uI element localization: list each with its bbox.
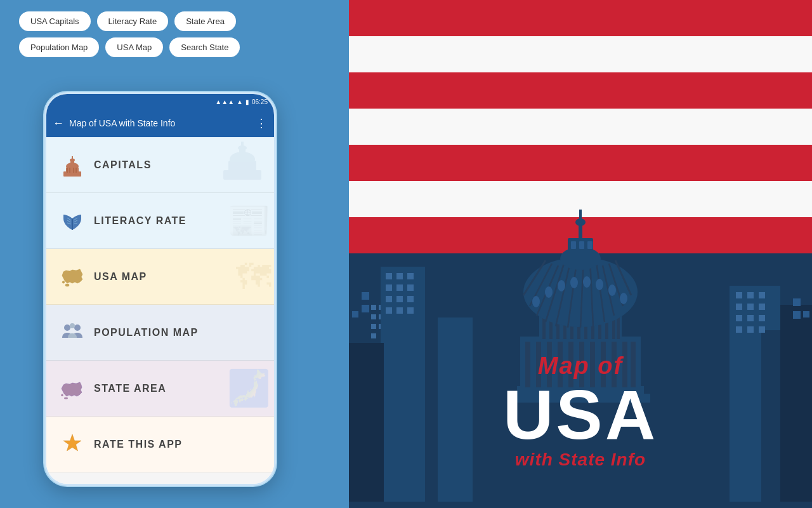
svg-rect-60: [736, 292, 742, 298]
svg-rect-71: [759, 326, 765, 333]
stripe-1: [349, 0, 812, 36]
svg-point-25: [70, 323, 75, 328]
time-display: 06:25: [252, 98, 268, 105]
state-area-bg-icon: 🗾: [227, 368, 271, 409]
usa-map-bg-icon: 🗺: [236, 257, 271, 297]
stripe-5: [349, 145, 812, 181]
rate-app-label: RATE THIS APP: [94, 439, 183, 450]
menu-button[interactable]: ⋮: [256, 116, 268, 130]
svg-point-123: [608, 284, 616, 296]
svg-point-118: [545, 286, 553, 298]
btn-search-state[interactable]: Search State: [169, 37, 240, 57]
capitals-icon: [56, 149, 89, 182]
capitals-label: CAPITALS: [94, 159, 152, 171]
svg-rect-45: [396, 296, 403, 302]
capitals-bg-icon: [217, 137, 268, 193]
state-area-icon: [56, 372, 89, 405]
svg-rect-129: [587, 241, 593, 249]
btn-population-map[interactable]: Population Map: [19, 37, 99, 57]
svg-point-23: [64, 324, 70, 331]
svg-rect-42: [396, 284, 403, 291]
svg-rect-73: [803, 311, 809, 318]
btn-usa-capitals[interactable]: USA Capitals: [19, 11, 91, 31]
svg-rect-48: [396, 307, 403, 314]
svg-rect-49: [407, 307, 414, 314]
svg-point-121: [583, 276, 591, 288]
top-buttons: USA Capitals Literacy Rate State Area Po…: [0, 0, 349, 70]
svg-rect-72: [793, 298, 801, 306]
rate-app-icon: [56, 428, 89, 461]
svg-rect-67: [747, 315, 754, 321]
svg-point-117: [532, 296, 540, 307]
svg-rect-44: [386, 296, 392, 302]
svg-rect-132: [579, 210, 582, 225]
hero-with-state-info: with State Info: [349, 450, 812, 470]
menu-item-rate-app[interactable]: RATE THIS APP: [46, 417, 274, 472]
svg-point-26: [64, 397, 68, 399]
svg-point-122: [596, 279, 603, 290]
menu-item-usa-map[interactable]: USA MAP 🗺: [46, 249, 274, 305]
svg-rect-9: [75, 168, 77, 173]
status-icons: ▲▲▲ ▲ ▮ 06:25: [215, 98, 268, 105]
btn-row-2: Population Map USA Map Search State: [19, 37, 330, 57]
svg-rect-128: [579, 241, 584, 249]
svg-rect-32: [371, 314, 376, 319]
svg-rect-74: [793, 311, 801, 319]
btn-usa-map[interactable]: USA Map: [105, 37, 163, 57]
battery-icon: ▮: [246, 98, 249, 105]
svg-rect-7: [69, 168, 70, 173]
menu-item-state-area[interactable]: STATE AREA 🗾: [46, 361, 274, 417]
svg-rect-30: [371, 305, 376, 310]
svg-rect-127: [571, 241, 576, 249]
svg-rect-61: [747, 292, 754, 298]
svg-rect-62: [759, 292, 765, 298]
stripe-4: [349, 109, 812, 145]
svg-rect-64: [747, 304, 754, 310]
menu-item-capitals[interactable]: CAPITALS: [46, 137, 274, 193]
btn-literacy-rate[interactable]: Literacy Rate: [97, 11, 169, 31]
svg-rect-47: [386, 307, 392, 314]
app-bar-title: Map of USA with State Info: [69, 118, 251, 128]
phone-screen: ▲▲▲ ▲ ▮ 06:25 ← Map of USA with State In…: [46, 94, 274, 484]
state-area-label: STATE AREA: [94, 383, 166, 394]
population-label: POPULATION MAP: [94, 327, 199, 338]
btn-state-area[interactable]: State Area: [174, 11, 236, 31]
population-icon: [56, 316, 89, 349]
svg-rect-69: [736, 326, 742, 333]
back-button[interactable]: ←: [53, 117, 64, 130]
svg-rect-63: [736, 304, 742, 310]
svg-rect-41: [386, 284, 392, 291]
app-bar: ← Map of USA with State Info ⋮: [46, 109, 274, 137]
svg-rect-66: [736, 315, 742, 321]
svg-rect-68: [759, 315, 765, 321]
svg-point-24: [74, 324, 81, 331]
svg-rect-8: [73, 168, 74, 173]
left-panel: USA Capitals Literacy Rate State Area Po…: [0, 0, 349, 508]
svg-rect-39: [396, 273, 403, 279]
svg-point-119: [558, 280, 565, 291]
literacy-bg-icon: 📰: [227, 200, 271, 241]
literacy-icon: [56, 204, 89, 237]
svg-point-120: [570, 277, 578, 288]
stripe-2: [349, 36, 812, 72]
svg-rect-43: [407, 284, 414, 291]
btn-row-1: USA Capitals Literacy Rate State Area: [19, 11, 330, 31]
svg-rect-15: [241, 142, 244, 150]
phone-container: ▲▲▲ ▲ ▮ 06:25 ← Map of USA with State In…: [44, 92, 276, 486]
svg-rect-36: [371, 333, 376, 338]
svg-rect-46: [407, 296, 414, 302]
svg-rect-53: [362, 292, 369, 300]
svg-rect-34: [371, 324, 376, 329]
wifi-icon: ▲: [237, 98, 243, 105]
right-panel: Map of USA with State Info: [349, 0, 812, 508]
menu-list: CAPITALS: [46, 137, 274, 484]
menu-item-literacy[interactable]: LITERACY RATE 📰: [46, 193, 274, 249]
usa-map-label: USA MAP: [94, 271, 147, 283]
svg-point-22: [65, 284, 69, 286]
svg-rect-54: [362, 305, 369, 312]
menu-item-population[interactable]: POPULATION MAP: [46, 305, 274, 361]
svg-rect-5: [72, 156, 73, 161]
svg-rect-6: [67, 168, 68, 173]
signal-icon: ▲▲▲: [215, 98, 234, 105]
usa-map-icon: [56, 260, 89, 293]
